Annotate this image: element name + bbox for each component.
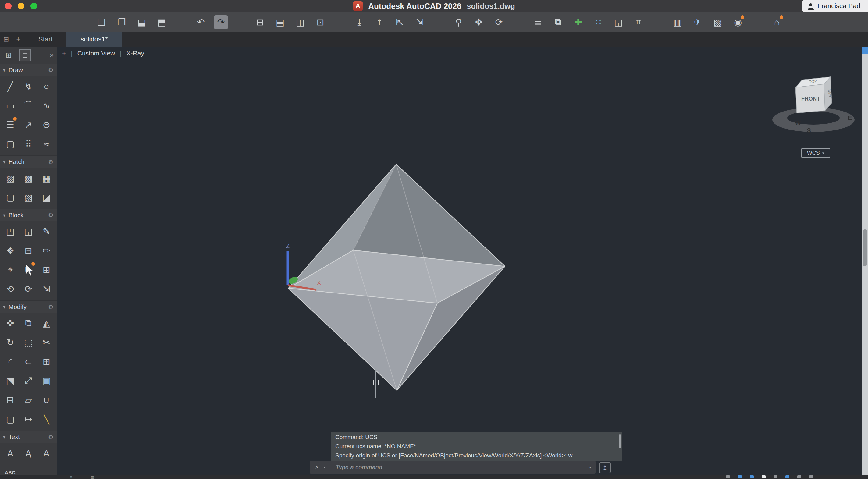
publish-icon[interactable]: ⇲ (413, 15, 427, 29)
plot-icon[interactable]: ▤ (273, 15, 287, 29)
hatch-pattern-icon[interactable]: ▨ (1, 168, 19, 188)
save-as-icon[interactable]: ⬒ (155, 15, 169, 29)
palette-section-draw[interactable]: ▾Draw⚙ (0, 64, 57, 76)
palette-section-text[interactable]: ▾Text⚙ (0, 430, 57, 443)
collapse-arrow-icon[interactable]: ▾ (3, 67, 5, 73)
scrollbar-top-button[interactable] (862, 46, 868, 54)
hatch-edit-icon[interactable]: ▩ (19, 168, 37, 188)
pan-icon[interactable]: ✥ (472, 15, 486, 29)
orbit-icon[interactable]: ⟳ (492, 15, 506, 29)
collapse-arrow-icon[interactable]: ▾ (3, 159, 5, 165)
single-line-text-icon[interactable]: Ą (19, 444, 37, 463)
tab-Start[interactable]: Start (24, 32, 66, 46)
region-icon[interactable]: ▢ (1, 188, 19, 207)
viewcube-front-label[interactable]: FRONT (801, 96, 820, 102)
print-icon[interactable]: ⊟ (253, 15, 267, 29)
gear-icon[interactable]: ⚙ (48, 158, 54, 165)
plot-preview-icon[interactable]: ◫ (293, 15, 307, 29)
copy-icon[interactable]: ⧉ (19, 314, 37, 333)
boundary-icon[interactable]: ▦ (37, 168, 56, 188)
view-name-control[interactable]: Custom View (78, 50, 115, 57)
undo-icon[interactable]: ↶ (194, 15, 208, 29)
sync-attributes-icon[interactable]: ⟲ (1, 280, 19, 298)
point-cloud-icon[interactable]: ∷ (591, 15, 605, 29)
status-toggle-icon[interactable] (750, 475, 754, 478)
visual-style-control[interactable]: X-Ray (126, 50, 144, 57)
minimize-window-button[interactable] (18, 3, 24, 9)
save-icon[interactable]: ⬓ (135, 15, 149, 29)
collapse-arrow-icon[interactable]: ▾ (3, 434, 5, 440)
extend-icon[interactable]: ↦ (19, 410, 37, 429)
image-attach-icon[interactable]: ▧ (711, 15, 725, 29)
viewcube[interactable]: W S E TOP FRONT RIGHT (771, 70, 860, 140)
hatch-tool-icon[interactable]: ⌗ (631, 15, 646, 29)
gear-icon[interactable]: ⚙ (48, 212, 54, 219)
attribute-display-icon[interactable]: ⟳ (19, 280, 37, 298)
status-toggle-icon[interactable] (809, 475, 813, 478)
wipeout-icon[interactable]: ◪ (37, 188, 56, 207)
status-toggle-icon[interactable] (726, 475, 730, 478)
ellipse-icon[interactable]: ⊜ (37, 115, 56, 134)
offset-icon[interactable]: ⊂ (19, 352, 37, 371)
clean-icon[interactable]: ╲ (37, 410, 56, 429)
compass-west-label[interactable]: W (795, 120, 801, 126)
palette-section-modify[interactable]: ▾Modify⚙ (0, 300, 57, 313)
tab-solidos1[interactable]: solidos1* (66, 32, 122, 46)
palette-section-block[interactable]: ▾Block⚙ (0, 209, 57, 221)
fillet-icon[interactable]: ◜ (1, 352, 19, 371)
revision-cloud-icon[interactable]: ≈ (37, 134, 56, 154)
multiple-points-icon[interactable]: ⠿ (19, 134, 37, 154)
collapse-arrow-icon[interactable]: ▾ (3, 212, 5, 218)
scrollbar-thumb[interactable] (863, 229, 867, 266)
page-setup-icon[interactable]: ⊡ (313, 15, 327, 29)
viewport-menu-button[interactable]: + (62, 50, 66, 57)
new-layer-icon[interactable]: ✚ (571, 15, 585, 29)
copy-to-layer-icon[interactable]: ⧉ (551, 15, 565, 29)
join-icon[interactable]: ∪ (37, 390, 56, 410)
copy-block-icon[interactable]: ⧉ (19, 260, 37, 280)
command-input-field[interactable]: Type a command (331, 464, 589, 471)
status-toggle-icon[interactable] (797, 475, 801, 478)
set-base-point-icon[interactable]: ⌖ (1, 260, 19, 280)
command-customize-icon[interactable]: ↥ (599, 462, 611, 473)
status-toggle-icon[interactable] (762, 475, 766, 478)
ray-icon[interactable]: ↗ (19, 115, 37, 134)
user-account-chip[interactable]: Francisca Pad (802, 0, 868, 12)
break-icon[interactable]: ⊟ (1, 390, 19, 410)
gear-icon[interactable]: ⚙ (48, 303, 54, 311)
tool-palettes-icon[interactable]: ▥ (671, 15, 684, 29)
export-icon[interactable]: ⤓ (352, 15, 366, 29)
rotate-icon[interactable]: ↻ (1, 333, 19, 352)
grid-display-icon[interactable]: ⌗ (70, 475, 72, 479)
create-block-icon[interactable]: ◱ (19, 222, 37, 241)
scale-icon[interactable]: ⤢ (19, 371, 37, 390)
close-window-button[interactable] (5, 3, 11, 9)
trim-icon[interactable]: ✂ (37, 333, 56, 352)
manage-attributes-icon[interactable]: ⊟ (19, 241, 37, 260)
command-prompt[interactable]: >_ ▾ (310, 461, 331, 474)
snap-mode-icon[interactable]: ▦ (91, 475, 94, 479)
move-icon[interactable]: ✜ (1, 314, 19, 333)
vertical-scrollbar[interactable] (862, 46, 868, 475)
insert-block-icon[interactable]: ◳ (1, 222, 19, 241)
gear-icon[interactable]: ⚙ (48, 433, 54, 441)
explode-icon[interactable]: ⬔ (1, 371, 19, 390)
chevron-down-icon[interactable]: ▾ (589, 465, 591, 470)
array-icon[interactable]: ⊞ (37, 352, 56, 371)
surface-icon[interactable]: ▣ (37, 371, 56, 390)
wcs-dropdown[interactable]: WCS ▾ (801, 148, 830, 158)
status-toggle-icon[interactable] (774, 475, 777, 478)
upload-icon[interactable]: ⇱ (393, 15, 407, 29)
palette-section-hatch[interactable]: ▾Hatch⚙ (0, 155, 57, 168)
stretch-icon[interactable]: ⬚ (19, 333, 37, 352)
multiline-text-icon[interactable]: A (1, 444, 19, 463)
status-toggle-icon[interactable] (738, 475, 742, 478)
edit-polyline-icon[interactable]: ▱ (19, 390, 37, 410)
erase-icon[interactable]: ▢ (1, 410, 19, 429)
spline-icon[interactable]: ∿ (37, 96, 56, 115)
construction-line-icon[interactable]: ☰ (1, 115, 19, 134)
palette-overflow-chevron-icon[interactable]: » (50, 51, 54, 59)
gradient-icon[interactable]: ▧ (19, 188, 37, 207)
replace-block-icon[interactable]: ⊞ (37, 260, 56, 280)
arc-icon[interactable]: ⌒ (19, 96, 37, 115)
